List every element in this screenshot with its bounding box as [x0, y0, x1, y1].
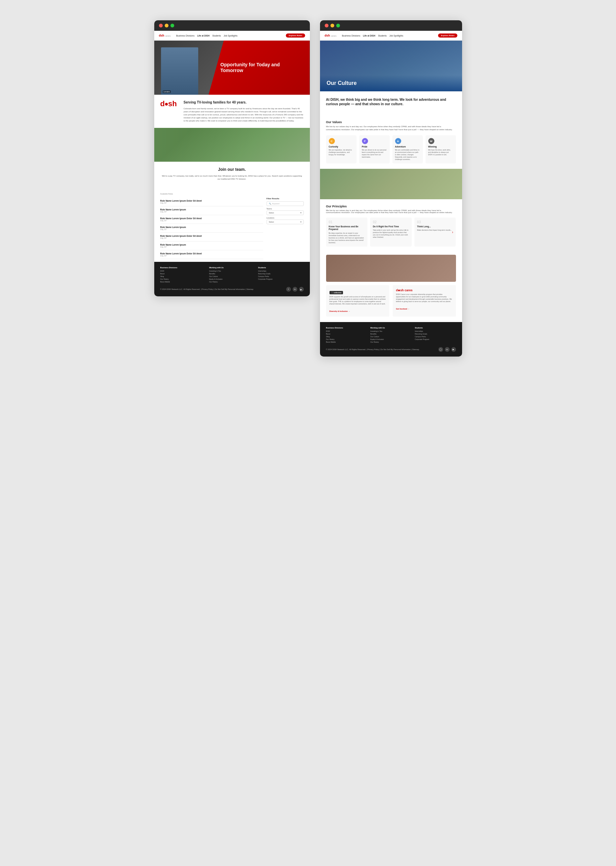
dish-logo-left: dsh careers: [159, 34, 171, 37]
teams-label: Teams: [267, 208, 304, 210]
hero-overlay: Opportunity for Today and Tomorrow: [209, 41, 310, 95]
values-grid: C Curiosity We are inquisitive, not afra…: [326, 135, 456, 163]
footer-col-title: Working with Us: [371, 327, 411, 329]
close-dot[interactable]: [325, 24, 328, 27]
principles-title: Our Principles: [326, 205, 456, 208]
footer-link[interactable]: Our Culture: [371, 336, 411, 338]
footer-link[interactable]: Investing in You: [371, 330, 411, 332]
footer-copyright: © 2024 DISH Network LLC. All Rights Rese…: [160, 288, 253, 290]
nav-life-r[interactable]: Life at DISH: [363, 35, 375, 37]
left-browser-window: dsh careers Business Divisions Life at D…: [154, 20, 310, 296]
cares-card: dsh cares DISH Cares is our corporate ci…: [393, 285, 456, 317]
list-item[interactable]: Role Name Lorem Ipsum City, ST: [160, 224, 263, 233]
youtube-icon[interactable]: ▶: [299, 287, 304, 292]
facebook-icon[interactable]: f: [286, 287, 291, 292]
footer-link[interactable]: Corporate Program: [258, 278, 304, 280]
list-item[interactable]: Role Name Lorem Ipsum Dolor Sit Amet Cit…: [160, 215, 263, 224]
footer-link[interactable]: Corporate Program: [415, 338, 456, 340]
right-browser-window: dsh careers Business Divisions Life at D…: [320, 20, 462, 357]
footer-link[interactable]: Sling: [326, 336, 367, 338]
footer-link[interactable]: Internships: [258, 270, 304, 272]
teams-select[interactable]: Select ▾: [267, 211, 304, 215]
footer-link[interactable]: Boost: [160, 273, 206, 275]
locations-select[interactable]: Select ▾: [267, 220, 304, 224]
footer-link[interactable]: Benefits: [371, 333, 411, 335]
adventure-icon: A: [395, 138, 401, 144]
diversity-inclusion-link[interactable]: Diversity & Inclusion →: [330, 310, 350, 312]
chevron-down-icon: ▾: [300, 212, 302, 214]
serving-section: dsh Serving TV-loving families for 40 ye…: [154, 95, 310, 128]
footer-link[interactable]: Equity & Inclusion: [209, 278, 255, 280]
principle-number: 01: [329, 220, 365, 224]
minimize-dot[interactable]: [165, 24, 168, 27]
footer-link[interactable]: Our History: [209, 281, 255, 283]
principle-card-3[interactable]: 03 Think Long... Make decisions that imp…: [414, 217, 456, 247]
footer-link[interactable]: Campus Perks: [415, 336, 456, 338]
youtube-icon[interactable]: ▶: [451, 347, 456, 352]
role-name: Role Name Lorem Ipsum: [160, 244, 263, 246]
right-site-nav: dsh careers Business Divisions Life at D…: [320, 31, 462, 41]
list-item[interactable]: Role Name Lorem Ipsum City, ST: [160, 242, 263, 250]
hero-person-image: [161, 47, 198, 95]
collective-text: DISH supports the growth and success of …: [330, 295, 386, 305]
footer-link[interactable]: Our History: [371, 341, 411, 343]
footer-link[interactable]: Investing in You: [209, 270, 255, 272]
footer-social: f in ▶: [286, 287, 304, 292]
footer-link[interactable]: Internships: [415, 330, 456, 332]
nav-spotlights[interactable]: Job Spotlights: [223, 35, 237, 37]
footer-link[interactable]: Campus Perks: [258, 275, 304, 277]
footer-link[interactable]: DISH: [160, 270, 206, 272]
next-arrow-icon[interactable]: ›: [452, 230, 453, 234]
nav-students[interactable]: Students: [212, 35, 221, 37]
instagram-icon[interactable]: ◯: [438, 347, 443, 352]
explore-roles-button-left[interactable]: Explore Roles: [286, 33, 305, 38]
browser-chrome-right: [320, 20, 462, 31]
list-item[interactable]: Role Name Lorem Ipsum City, ST: [160, 206, 263, 215]
footer-link[interactable]: Our Culture: [209, 275, 255, 277]
pride-icon: P: [362, 138, 368, 144]
list-item[interactable]: Role Name Lorem Ipsum Dolor Sit Amet Cit…: [160, 198, 263, 206]
footer-link[interactable]: Sling: [160, 275, 206, 277]
value-card-adventure: A Adventure We are comfortable and thriv…: [393, 135, 423, 163]
maximize-dot[interactable]: [336, 24, 340, 27]
footer-link[interactable]: Boost Mobile: [160, 281, 206, 283]
linkedin-icon[interactable]: in: [292, 287, 297, 292]
footer-link[interactable]: Our History: [326, 338, 367, 340]
principle-card-1: 01 Know Your Business and Be Prepared Be…: [326, 217, 368, 247]
dish-logo-right: dsh careers: [325, 34, 336, 37]
curiosity-icon: C: [329, 138, 335, 144]
role-name: Role Name Lorem Ipsum Dolor Sit Amet: [160, 235, 263, 237]
filter-panel: Filter Results 🔍 Keyword Teams Select ▾ …: [267, 198, 304, 259]
serving-title: Serving TV-loving families for 40 years.: [184, 100, 304, 105]
role-name: Role Name Lorem Ipsum Dolor Sit Amet: [160, 217, 263, 220]
get-involved-link[interactable]: Get Involved →: [396, 308, 410, 310]
values-section: Our Values We live by our values day in …: [320, 115, 462, 169]
maximize-dot[interactable]: [170, 24, 174, 27]
footer-link[interactable]: Benefits: [209, 273, 255, 275]
browser-chrome-left: [154, 20, 310, 31]
value-card-winning: W Winning We have the drive, work ethic,…: [426, 135, 456, 163]
footer-link[interactable]: Boost Mobile: [326, 341, 367, 343]
footer-link[interactable]: Our History: [160, 278, 206, 280]
list-item[interactable]: Role Name Lorem Ipsum Dolor Sit Amet Cit…: [160, 250, 263, 259]
footer-link[interactable]: Boost: [326, 333, 367, 335]
footer-link[interactable]: DISH: [326, 330, 367, 332]
nav-business[interactable]: Business Divisions: [176, 35, 195, 37]
minimize-dot[interactable]: [330, 24, 334, 27]
keyword-input[interactable]: 🔍 Keyword: [267, 201, 304, 206]
nav-students-r[interactable]: Students: [378, 35, 387, 37]
list-item[interactable]: Role Name Lorem Ipsum Dolor Sit Amet Cit…: [160, 233, 263, 242]
explore-roles-button-right[interactable]: Explore Roles: [438, 33, 457, 38]
footer-social-right: ◯ in ▶: [438, 347, 456, 352]
footer-link[interactable]: Returning Grads: [415, 333, 456, 335]
nav-spotlights-r[interactable]: Job Spotlights: [389, 35, 403, 37]
close-dot[interactable]: [159, 24, 163, 27]
nav-life[interactable]: Life at DISH: [197, 35, 209, 37]
footer-link[interactable]: Returning Grads: [258, 273, 304, 275]
hero-title: Opportunity for Today and Tomorrow: [220, 62, 303, 74]
value-desc: We are inquisitive, not afraid to challe…: [329, 149, 354, 156]
principle-text: Take pride in your work and go the extra…: [373, 229, 409, 239]
linkedin-icon[interactable]: in: [445, 347, 449, 352]
footer-link[interactable]: Equity & Inclusion: [371, 338, 411, 340]
nav-business-r[interactable]: Business Divisions: [342, 35, 360, 37]
